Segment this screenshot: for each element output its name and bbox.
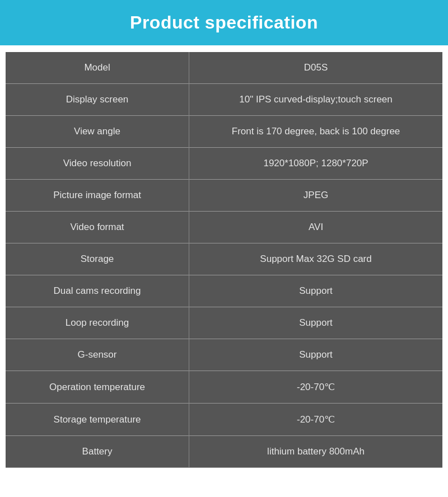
spec-table-wrapper: ModelD05SDisplay screen10" IPS curved-di… xyxy=(0,45,448,479)
spec-label: Storage xyxy=(6,243,189,275)
table-row: Video formatAVI xyxy=(6,212,442,243)
spec-value: -20-70℃ xyxy=(189,404,442,436)
spec-value: -20-70℃ xyxy=(189,371,442,404)
spec-value: AVI xyxy=(189,212,442,243)
table-row: G-sensorSupport xyxy=(6,339,442,371)
page-header: Product specification xyxy=(0,0,448,45)
spec-value: 1920*1080P; 1280*720P xyxy=(189,148,442,180)
spec-value: lithium battery 800mAh xyxy=(189,436,442,468)
table-row: Operation temperature-20-70℃ xyxy=(6,371,442,404)
table-row: Loop recordingSupport xyxy=(6,307,442,339)
spec-value: Support Max 32G SD card xyxy=(189,243,442,275)
spec-label: Video resolution xyxy=(6,148,189,180)
spec-label: Storage temperature xyxy=(6,404,189,436)
spec-label: Picture image format xyxy=(6,180,189,212)
table-row: Storage temperature-20-70℃ xyxy=(6,404,442,436)
table-row: ModelD05S xyxy=(6,52,442,84)
spec-label: Video format xyxy=(6,212,189,243)
spec-label: Display screen xyxy=(6,84,189,116)
spec-table: ModelD05SDisplay screen10" IPS curved-di… xyxy=(6,52,442,468)
spec-value: Support xyxy=(189,339,442,371)
spec-label: G-sensor xyxy=(6,339,189,371)
table-row: View angleFront is 170 degree, back is 1… xyxy=(6,116,442,148)
table-row: Video resolution1920*1080P; 1280*720P xyxy=(6,148,442,180)
table-row: Batterylithium battery 800mAh xyxy=(6,436,442,468)
spec-label: Loop recording xyxy=(6,307,189,339)
page-title: Product specification xyxy=(130,12,318,32)
spec-value: 10" IPS curved-display;touch screen xyxy=(189,84,442,116)
spec-label: Dual cams recording xyxy=(6,275,189,307)
spec-value: Front is 170 degree, back is 100 degree xyxy=(189,116,442,148)
table-row: Picture image formatJPEG xyxy=(6,180,442,212)
table-row: Dual cams recordingSupport xyxy=(6,275,442,307)
spec-label: Battery xyxy=(6,436,189,468)
spec-label: Model xyxy=(6,52,189,84)
spec-label: View angle xyxy=(6,116,189,148)
spec-value: JPEG xyxy=(189,180,442,212)
table-row: StorageSupport Max 32G SD card xyxy=(6,243,442,275)
spec-label: Operation temperature xyxy=(6,371,189,404)
table-row: Display screen10" IPS curved-display;tou… xyxy=(6,84,442,116)
spec-value: Support xyxy=(189,275,442,307)
spec-value: Support xyxy=(189,307,442,339)
spec-value: D05S xyxy=(189,52,442,84)
